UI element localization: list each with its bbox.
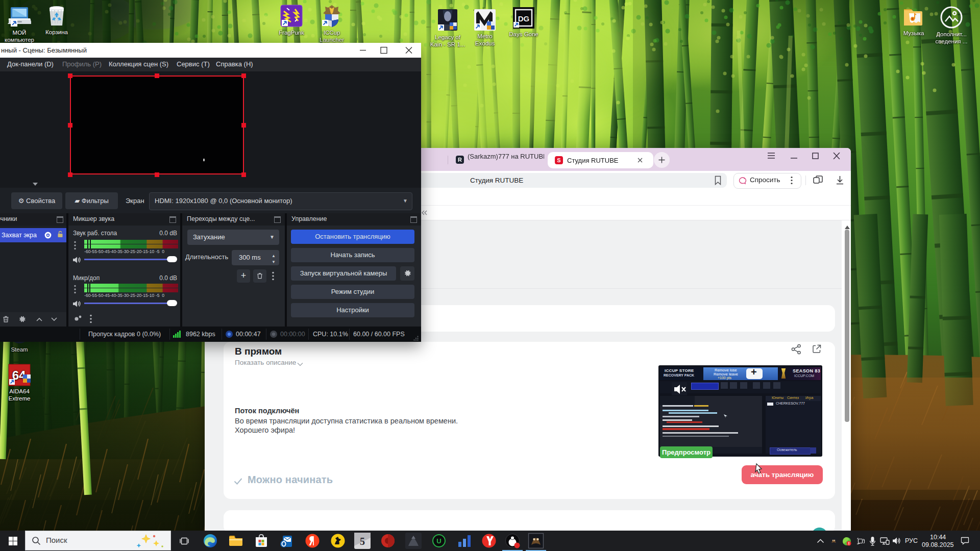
svg-text:5: 5 <box>360 536 365 547</box>
svg-text:DG: DG <box>518 14 530 23</box>
svg-text:U: U <box>436 537 441 545</box>
svg-text:S: S <box>557 157 560 163</box>
svg-text:R: R <box>458 157 462 163</box>
